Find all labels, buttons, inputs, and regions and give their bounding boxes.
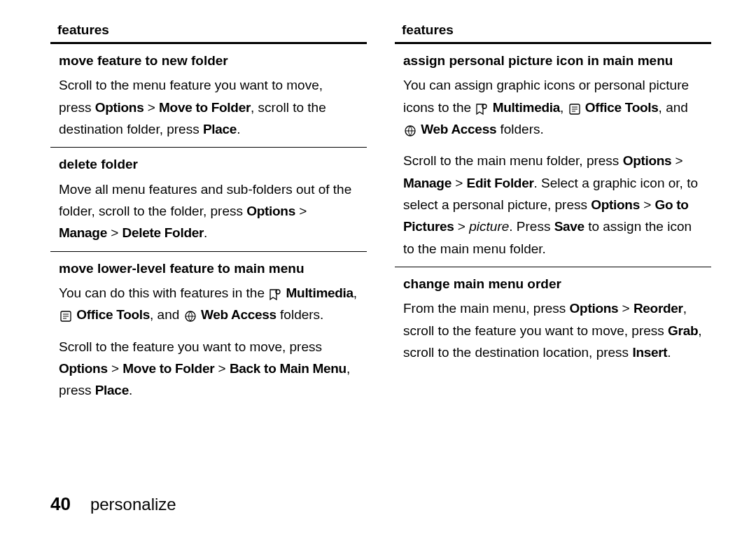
multimedia-icon <box>268 286 282 300</box>
office_tools-icon <box>568 101 582 115</box>
right-column: features assign personal picture icon in… <box>395 20 711 409</box>
table-body-right: assign personal picture icon in main men… <box>395 44 711 370</box>
ui-path-segment: Options <box>623 153 672 168</box>
ui-path-segment: Grab <box>668 323 698 338</box>
page-footer: 40 personalize <box>50 493 728 519</box>
row-title: move feature to new folder <box>59 50 358 71</box>
table-row: move feature to new folderScroll to the … <box>50 44 367 147</box>
ui-path-segment: Options <box>59 361 108 376</box>
row-title: change main menu order <box>403 273 703 295</box>
ui-path-segment: Insert <box>632 345 667 360</box>
multimedia-icon <box>475 101 489 115</box>
web_access-icon <box>183 308 197 322</box>
row-title: move lower-level feature to main menu <box>59 258 358 279</box>
ui-path-segment: Options <box>591 197 640 212</box>
table-header: features <box>50 20 367 44</box>
ui-path-segment: Web Access <box>421 122 496 136</box>
variable-text: picture <box>469 219 509 234</box>
row-body: Scroll to the menu feature you want to m… <box>59 74 358 140</box>
ui-path-segment: Office Tools <box>585 100 659 115</box>
ui-path-segment: Reorder <box>634 301 683 316</box>
manual-page: features move feature to new folderScrol… <box>0 0 756 536</box>
table-row: move lower-level feature to main menuYou… <box>50 251 367 409</box>
ui-path-segment: Web Access <box>201 307 276 322</box>
ui-path-segment: Move to Folder <box>159 100 251 115</box>
ui-path-segment: Options <box>95 100 144 115</box>
ui-path-segment: Move to Folder <box>122 361 214 376</box>
row-body: From the main menu, press Options > Reor… <box>403 297 703 363</box>
ui-path-segment: Save <box>554 219 584 234</box>
ui-path-segment: Go to Pictures <box>403 197 689 234</box>
office_tools-icon <box>59 308 73 322</box>
ui-path-segment: Back to Main Menu <box>230 361 346 376</box>
ui-path-segment: Place <box>203 122 237 136</box>
left-column: features move feature to new folderScrol… <box>50 20 367 409</box>
ui-path-segment: Options <box>570 301 619 316</box>
ui-path-segment: Manage <box>403 176 451 190</box>
row-body: Move all menu features and sub-folders o… <box>59 178 358 244</box>
table-row: delete folderMove all menu features and … <box>50 147 367 251</box>
ui-path-segment: Edit Folder <box>467 176 534 190</box>
ui-path-segment: Options <box>246 204 295 218</box>
page-number: 40 <box>50 493 71 515</box>
row-title: assign personal picture icon in main men… <box>403 50 703 71</box>
row-title: delete folder <box>59 153 358 175</box>
row-body: You can do this with features in the Mul… <box>59 282 358 402</box>
ui-path-segment: Office Tools <box>76 307 150 322</box>
table-body-left: move feature to new folderScroll to the … <box>50 44 367 409</box>
ui-path-segment: Delete Folder <box>122 225 204 240</box>
features-table-left: features move feature to new folderScrol… <box>50 20 367 409</box>
ui-path-segment: Manage <box>59 225 107 240</box>
ui-path-segment: Multimedia <box>493 100 560 115</box>
web_access-icon <box>403 122 417 136</box>
ui-path-segment: Multimedia <box>286 285 354 300</box>
content-columns: features move feature to new folderScrol… <box>50 20 728 409</box>
table-header: features <box>395 20 711 44</box>
section-name: personalize <box>90 495 176 514</box>
table-row: change main menu orderFrom the main menu… <box>395 267 711 370</box>
table-row: assign personal picture icon in main men… <box>395 44 711 267</box>
row-body: You can assign graphic icons or personal… <box>403 74 703 260</box>
features-table-right: features assign personal picture icon in… <box>395 20 711 370</box>
ui-path-segment: Place <box>95 383 129 397</box>
